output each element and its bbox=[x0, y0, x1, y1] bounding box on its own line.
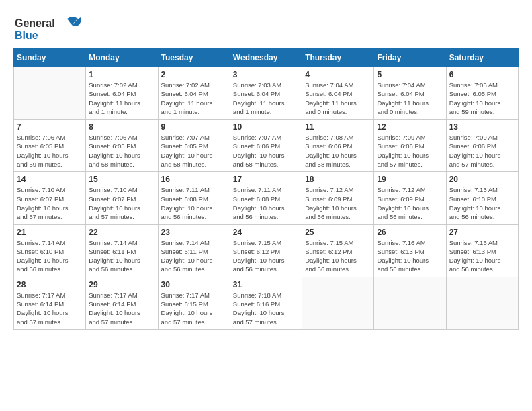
calendar-cell bbox=[14, 67, 86, 120]
day-number: 21 bbox=[17, 228, 83, 237]
day-number: 15 bbox=[89, 175, 154, 184]
day-info: Sunrise: 7:02 AM Sunset: 6:04 PM Dayligh… bbox=[161, 81, 227, 116]
calendar-cell bbox=[446, 277, 518, 329]
calendar-cell bbox=[374, 277, 446, 329]
calendar-cell: 29Sunrise: 7:17 AM Sunset: 6:14 PM Dayli… bbox=[86, 277, 158, 329]
calendar-cell bbox=[302, 277, 374, 329]
day-number: 3 bbox=[233, 70, 299, 79]
day-info: Sunrise: 7:09 AM Sunset: 6:06 PM Dayligh… bbox=[449, 133, 515, 169]
calendar-cell: 22Sunrise: 7:14 AM Sunset: 6:11 PM Dayli… bbox=[86, 224, 158, 277]
day-info: Sunrise: 7:17 AM Sunset: 6:15 PM Dayligh… bbox=[161, 291, 227, 326]
header: General Blue bbox=[13, 13, 519, 46]
day-info: Sunrise: 7:06 AM Sunset: 6:05 PM Dayligh… bbox=[89, 133, 154, 169]
calendar-cell: 20Sunrise: 7:13 AM Sunset: 6:10 PM Dayli… bbox=[446, 172, 518, 224]
calendar-cell: 26Sunrise: 7:16 AM Sunset: 6:13 PM Dayli… bbox=[374, 224, 446, 277]
calendar-cell: 18Sunrise: 7:12 AM Sunset: 6:09 PM Dayli… bbox=[302, 172, 374, 224]
page-container: General Blue SundayMondayTuesdayWednesda… bbox=[13, 13, 519, 330]
day-info: Sunrise: 7:09 AM Sunset: 6:06 PM Dayligh… bbox=[377, 133, 443, 169]
logo: General Blue bbox=[13, 13, 87, 46]
calendar-cell: 10Sunrise: 7:07 AM Sunset: 6:06 PM Dayli… bbox=[230, 120, 302, 172]
day-number: 18 bbox=[305, 175, 371, 184]
day-info: Sunrise: 7:18 AM Sunset: 6:16 PM Dayligh… bbox=[233, 291, 299, 326]
calendar-cell: 31Sunrise: 7:18 AM Sunset: 6:16 PM Dayli… bbox=[230, 277, 302, 329]
calendar-cell: 25Sunrise: 7:15 AM Sunset: 6:12 PM Dayli… bbox=[302, 224, 374, 277]
day-info: Sunrise: 7:11 AM Sunset: 6:08 PM Dayligh… bbox=[233, 185, 299, 221]
day-info: Sunrise: 7:16 AM Sunset: 6:13 PM Dayligh… bbox=[377, 238, 443, 274]
day-number: 17 bbox=[233, 175, 299, 184]
day-number: 22 bbox=[89, 228, 154, 237]
calendar-cell: 15Sunrise: 7:10 AM Sunset: 6:07 PM Dayli… bbox=[86, 172, 158, 224]
day-info: Sunrise: 7:15 AM Sunset: 6:12 PM Dayligh… bbox=[305, 238, 371, 274]
weekday-header-row: SundayMondayTuesdayWednesdayThursdayFrid… bbox=[14, 49, 519, 67]
day-number: 28 bbox=[17, 280, 83, 289]
day-info: Sunrise: 7:14 AM Sunset: 6:11 PM Dayligh… bbox=[89, 238, 154, 274]
day-info: Sunrise: 7:04 AM Sunset: 6:04 PM Dayligh… bbox=[377, 81, 443, 116]
calendar-cell: 1Sunrise: 7:02 AM Sunset: 6:04 PM Daylig… bbox=[86, 67, 158, 120]
calendar-cell: 13Sunrise: 7:09 AM Sunset: 6:06 PM Dayli… bbox=[446, 120, 518, 172]
calendar-cell: 28Sunrise: 7:17 AM Sunset: 6:14 PM Dayli… bbox=[14, 277, 86, 329]
calendar-cell: 12Sunrise: 7:09 AM Sunset: 6:06 PM Dayli… bbox=[374, 120, 446, 172]
day-info: Sunrise: 7:12 AM Sunset: 6:09 PM Dayligh… bbox=[305, 185, 371, 221]
day-number: 23 bbox=[161, 228, 227, 237]
day-info: Sunrise: 7:07 AM Sunset: 6:05 PM Dayligh… bbox=[161, 133, 227, 169]
calendar-cell: 5Sunrise: 7:04 AM Sunset: 6:04 PM Daylig… bbox=[374, 67, 446, 120]
day-number: 4 bbox=[305, 70, 371, 79]
weekday-header: Tuesday bbox=[158, 49, 230, 67]
day-info: Sunrise: 7:11 AM Sunset: 6:08 PM Dayligh… bbox=[161, 185, 227, 221]
day-info: Sunrise: 7:05 AM Sunset: 6:05 PM Dayligh… bbox=[449, 81, 515, 116]
day-info: Sunrise: 7:04 AM Sunset: 6:04 PM Dayligh… bbox=[305, 81, 371, 116]
calendar-cell: 21Sunrise: 7:14 AM Sunset: 6:10 PM Dayli… bbox=[14, 224, 86, 277]
day-info: Sunrise: 7:12 AM Sunset: 6:09 PM Dayligh… bbox=[377, 185, 443, 221]
day-number: 2 bbox=[161, 70, 227, 79]
day-info: Sunrise: 7:17 AM Sunset: 6:14 PM Dayligh… bbox=[89, 291, 154, 326]
day-number: 6 bbox=[449, 70, 515, 79]
day-number: 30 bbox=[161, 280, 227, 289]
logo-text: General Blue bbox=[13, 13, 87, 46]
day-info: Sunrise: 7:08 AM Sunset: 6:06 PM Dayligh… bbox=[305, 133, 371, 169]
day-number: 5 bbox=[377, 70, 443, 79]
day-number: 7 bbox=[17, 122, 83, 132]
calendar-cell: 6Sunrise: 7:05 AM Sunset: 6:05 PM Daylig… bbox=[446, 67, 518, 120]
day-number: 8 bbox=[89, 122, 154, 132]
day-info: Sunrise: 7:13 AM Sunset: 6:10 PM Dayligh… bbox=[449, 185, 515, 221]
day-info: Sunrise: 7:14 AM Sunset: 6:11 PM Dayligh… bbox=[161, 238, 227, 274]
week-row: 28Sunrise: 7:17 AM Sunset: 6:14 PM Dayli… bbox=[14, 277, 519, 329]
weekday-header: Sunday bbox=[14, 49, 86, 67]
week-row: 1Sunrise: 7:02 AM Sunset: 6:04 PM Daylig… bbox=[14, 67, 519, 120]
week-row: 7Sunrise: 7:06 AM Sunset: 6:05 PM Daylig… bbox=[14, 120, 519, 172]
day-info: Sunrise: 7:17 AM Sunset: 6:14 PM Dayligh… bbox=[17, 291, 83, 326]
calendar-cell: 8Sunrise: 7:06 AM Sunset: 6:05 PM Daylig… bbox=[86, 120, 158, 172]
calendar-cell: 17Sunrise: 7:11 AM Sunset: 6:08 PM Dayli… bbox=[230, 172, 302, 224]
day-number: 26 bbox=[377, 228, 443, 237]
day-number: 27 bbox=[449, 228, 515, 237]
day-number: 1 bbox=[89, 70, 154, 79]
weekday-header: Saturday bbox=[446, 49, 518, 67]
svg-text:Blue: Blue bbox=[15, 30, 38, 41]
calendar: SundayMondayTuesdayWednesdayThursdayFrid… bbox=[13, 48, 519, 330]
day-info: Sunrise: 7:02 AM Sunset: 6:04 PM Dayligh… bbox=[89, 81, 154, 116]
day-number: 12 bbox=[377, 122, 443, 132]
calendar-cell: 4Sunrise: 7:04 AM Sunset: 6:04 PM Daylig… bbox=[302, 67, 374, 120]
day-info: Sunrise: 7:16 AM Sunset: 6:13 PM Dayligh… bbox=[449, 238, 515, 274]
calendar-cell: 24Sunrise: 7:15 AM Sunset: 6:12 PM Dayli… bbox=[230, 224, 302, 277]
calendar-cell: 16Sunrise: 7:11 AM Sunset: 6:08 PM Dayli… bbox=[158, 172, 230, 224]
day-info: Sunrise: 7:10 AM Sunset: 6:07 PM Dayligh… bbox=[17, 185, 83, 221]
day-number: 13 bbox=[449, 122, 515, 132]
calendar-cell: 9Sunrise: 7:07 AM Sunset: 6:05 PM Daylig… bbox=[158, 120, 230, 172]
week-row: 14Sunrise: 7:10 AM Sunset: 6:07 PM Dayli… bbox=[14, 172, 519, 224]
day-number: 31 bbox=[233, 280, 299, 289]
svg-text:General: General bbox=[15, 17, 55, 29]
day-number: 14 bbox=[17, 175, 83, 184]
day-number: 25 bbox=[305, 228, 371, 237]
day-number: 29 bbox=[89, 280, 154, 289]
calendar-cell: 11Sunrise: 7:08 AM Sunset: 6:06 PM Dayli… bbox=[302, 120, 374, 172]
calendar-cell: 7Sunrise: 7:06 AM Sunset: 6:05 PM Daylig… bbox=[14, 120, 86, 172]
weekday-header: Thursday bbox=[302, 49, 374, 67]
calendar-cell: 14Sunrise: 7:10 AM Sunset: 6:07 PM Dayli… bbox=[14, 172, 86, 224]
day-number: 9 bbox=[161, 122, 227, 132]
calendar-cell: 2Sunrise: 7:02 AM Sunset: 6:04 PM Daylig… bbox=[158, 67, 230, 120]
weekday-header: Monday bbox=[86, 49, 158, 67]
week-row: 21Sunrise: 7:14 AM Sunset: 6:10 PM Dayli… bbox=[14, 224, 519, 277]
day-number: 20 bbox=[449, 175, 515, 184]
weekday-header: Friday bbox=[374, 49, 446, 67]
